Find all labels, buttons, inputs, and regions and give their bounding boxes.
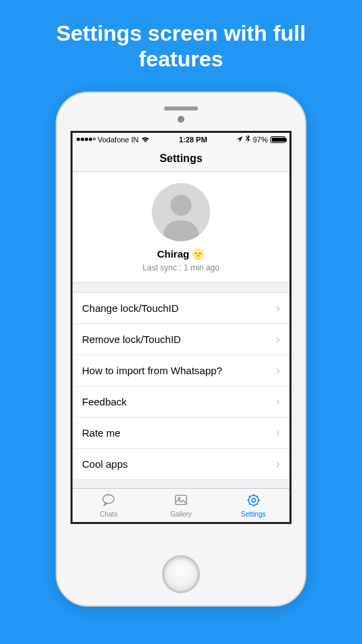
tab-label: Settings bbox=[241, 510, 266, 518]
settings-item-import-whatsapp[interactable]: How to import from Whatsapp? › bbox=[73, 355, 289, 386]
chevron-right-icon: › bbox=[276, 395, 280, 409]
wifi-icon bbox=[141, 136, 150, 143]
battery-icon bbox=[270, 136, 285, 143]
profile-section[interactable]: Chirag 🌝 Last sync : 1 min ago bbox=[73, 172, 289, 283]
svg-point-2 bbox=[103, 495, 115, 504]
nav-bar: Settings bbox=[73, 146, 289, 172]
chat-icon bbox=[100, 493, 117, 509]
svg-point-5 bbox=[252, 498, 256, 502]
promo-line1: Settings screen with full bbox=[56, 21, 306, 45]
promo-line2: features bbox=[139, 47, 224, 71]
settings-item-label: Remove lock/TouchID bbox=[82, 334, 181, 345]
phone-frame: Vodafone IN 1:28 PM 97% Settings bbox=[56, 92, 306, 607]
profile-last-sync: Last sync : 1 min ago bbox=[142, 263, 219, 273]
status-right: 97% bbox=[237, 135, 285, 144]
signal-strength-icon bbox=[77, 138, 96, 141]
profile-name: Chirag 🌝 bbox=[157, 248, 205, 260]
svg-point-1 bbox=[171, 195, 192, 216]
settings-item-change-lock[interactable]: Change lock/TouchID › bbox=[73, 293, 289, 324]
phone-camera bbox=[178, 116, 184, 123]
status-left: Vodafone IN bbox=[77, 136, 150, 144]
gear-icon bbox=[245, 493, 262, 509]
settings-item-label: How to import from Whatsapp? bbox=[82, 365, 222, 376]
avatar[interactable] bbox=[152, 183, 210, 241]
phone-screen: Vodafone IN 1:28 PM 97% Settings bbox=[71, 131, 291, 524]
phone-speaker bbox=[164, 106, 198, 110]
promo-title: Settings screen with full features bbox=[56, 20, 306, 73]
chevron-right-icon: › bbox=[276, 332, 280, 346]
svg-rect-3 bbox=[176, 495, 187, 504]
chevron-right-icon: › bbox=[276, 457, 280, 471]
tab-label: Chats bbox=[100, 510, 117, 518]
settings-item-label: Feedback bbox=[82, 396, 127, 407]
home-button[interactable] bbox=[162, 555, 200, 593]
settings-list: Change lock/TouchID › Remove lock/TouchI… bbox=[73, 292, 289, 480]
settings-item-remove-lock[interactable]: Remove lock/TouchID › bbox=[73, 324, 289, 355]
gallery-icon bbox=[173, 493, 189, 509]
tab-settings[interactable]: Settings bbox=[217, 489, 289, 522]
settings-content: Chirag 🌝 Last sync : 1 min ago Change lo… bbox=[73, 172, 289, 488]
chevron-right-icon: › bbox=[276, 301, 280, 315]
settings-item-label: Cool apps bbox=[82, 458, 128, 470]
settings-item-label: Rate me bbox=[82, 427, 121, 439]
status-bar: Vodafone IN 1:28 PM 97% bbox=[73, 133, 289, 146]
tab-bar: Chats Gallery bbox=[73, 488, 289, 522]
bluetooth-icon bbox=[245, 135, 250, 144]
settings-item-label: Change lock/TouchID bbox=[82, 302, 179, 314]
location-icon bbox=[237, 136, 243, 144]
svg-point-6 bbox=[248, 495, 258, 505]
chevron-right-icon: › bbox=[276, 363, 280, 378]
battery-percent: 97% bbox=[253, 136, 268, 144]
tab-gallery[interactable]: Gallery bbox=[145, 489, 218, 522]
chevron-right-icon: › bbox=[276, 426, 280, 440]
tab-chats[interactable]: Chats bbox=[73, 489, 145, 522]
page-title: Settings bbox=[159, 153, 202, 165]
settings-item-rate-me[interactable]: Rate me › bbox=[73, 418, 289, 449]
status-time: 1:28 PM bbox=[179, 136, 207, 144]
settings-item-feedback[interactable]: Feedback › bbox=[73, 386, 289, 418]
carrier-label: Vodafone IN bbox=[98, 136, 139, 144]
tab-label: Gallery bbox=[170, 510, 192, 518]
settings-item-cool-apps[interactable]: Cool apps › bbox=[73, 449, 289, 480]
